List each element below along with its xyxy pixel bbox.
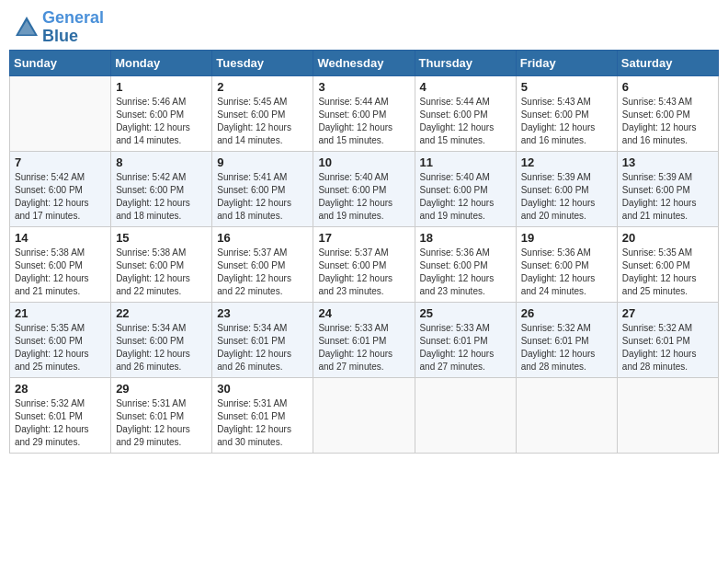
calendar-day-cell: 19Sunrise: 5:36 AMSunset: 6:00 PMDayligh… [516, 226, 617, 302]
day-info: Sunrise: 5:45 AMSunset: 6:00 PMDaylight:… [217, 96, 308, 147]
day-info: Sunrise: 5:32 AMSunset: 6:01 PMDaylight:… [521, 322, 612, 373]
calendar-day-cell [313, 377, 415, 453]
weekday-header: Friday [516, 50, 617, 75]
day-info: Sunrise: 5:31 AMSunset: 6:01 PMDaylight:… [116, 397, 207, 449]
calendar-day-cell: 4Sunrise: 5:44 AMSunset: 6:00 PMDaylight… [415, 75, 516, 151]
calendar-week-row: 7Sunrise: 5:42 AMSunset: 6:00 PMDaylight… [10, 151, 719, 226]
calendar-day-cell: 20Sunrise: 5:35 AMSunset: 6:00 PMDayligh… [617, 226, 718, 302]
day-info: Sunrise: 5:38 AMSunset: 6:00 PMDaylight:… [15, 247, 106, 298]
day-number: 11 [420, 155, 511, 169]
weekday-header: Saturday [617, 50, 718, 75]
day-info: Sunrise: 5:41 AMSunset: 6:00 PMDaylight:… [217, 171, 308, 223]
day-info: Sunrise: 5:36 AMSunset: 6:00 PMDaylight:… [521, 247, 612, 298]
page-header: General Blue [9, 9, 719, 46]
day-info: Sunrise: 5:44 AMSunset: 6:00 PMDaylight:… [420, 96, 511, 147]
calendar-day-cell: 1Sunrise: 5:46 AMSunset: 6:00 PMDaylight… [111, 75, 212, 151]
day-info: Sunrise: 5:43 AMSunset: 6:00 PMDaylight:… [622, 96, 713, 147]
day-number: 16 [217, 231, 308, 245]
calendar-day-cell: 7Sunrise: 5:42 AMSunset: 6:00 PMDaylight… [10, 151, 111, 226]
calendar-week-row: 14Sunrise: 5:38 AMSunset: 6:00 PMDayligh… [10, 226, 719, 302]
calendar-day-cell [415, 377, 516, 453]
weekday-header: Tuesday [212, 50, 313, 75]
day-number: 28 [15, 382, 106, 396]
day-number: 24 [318, 306, 409, 320]
logo: General Blue [13, 9, 104, 46]
calendar-day-cell: 27Sunrise: 5:32 AMSunset: 6:01 PMDayligh… [617, 302, 718, 377]
calendar-day-cell [10, 75, 111, 151]
calendar-day-cell: 30Sunrise: 5:31 AMSunset: 6:01 PMDayligh… [212, 377, 313, 453]
calendar-day-cell: 10Sunrise: 5:40 AMSunset: 6:00 PMDayligh… [313, 151, 415, 226]
day-info: Sunrise: 5:33 AMSunset: 6:01 PMDaylight:… [420, 322, 511, 373]
day-info: Sunrise: 5:40 AMSunset: 6:00 PMDaylight:… [318, 171, 409, 223]
calendar-day-cell: 15Sunrise: 5:38 AMSunset: 6:00 PMDayligh… [111, 226, 212, 302]
calendar-day-cell: 6Sunrise: 5:43 AMSunset: 6:00 PMDaylight… [617, 75, 718, 151]
day-number: 15 [116, 231, 207, 245]
day-number: 3 [318, 80, 409, 94]
calendar-day-cell: 28Sunrise: 5:32 AMSunset: 6:01 PMDayligh… [10, 377, 111, 453]
day-info: Sunrise: 5:38 AMSunset: 6:00 PMDaylight:… [116, 247, 207, 298]
day-number: 6 [622, 80, 713, 94]
logo-icon [13, 14, 40, 41]
day-number: 18 [420, 231, 511, 245]
day-info: Sunrise: 5:32 AMSunset: 6:01 PMDaylight:… [15, 397, 106, 449]
weekday-header: Sunday [10, 50, 111, 75]
day-info: Sunrise: 5:37 AMSunset: 6:00 PMDaylight:… [318, 247, 409, 298]
day-number: 19 [521, 231, 612, 245]
day-info: Sunrise: 5:34 AMSunset: 6:00 PMDaylight:… [116, 322, 207, 373]
day-info: Sunrise: 5:31 AMSunset: 6:01 PMDaylight:… [217, 397, 308, 449]
day-number: 20 [622, 231, 713, 245]
day-info: Sunrise: 5:42 AMSunset: 6:00 PMDaylight:… [116, 171, 207, 223]
calendar-day-cell: 29Sunrise: 5:31 AMSunset: 6:01 PMDayligh… [111, 377, 212, 453]
day-info: Sunrise: 5:43 AMSunset: 6:00 PMDaylight:… [521, 96, 612, 147]
day-number: 8 [116, 155, 207, 169]
day-number: 1 [116, 80, 207, 94]
day-number: 10 [318, 155, 409, 169]
day-info: Sunrise: 5:32 AMSunset: 6:01 PMDaylight:… [622, 322, 713, 373]
day-info: Sunrise: 5:35 AMSunset: 6:00 PMDaylight:… [15, 322, 106, 373]
calendar-week-row: 28Sunrise: 5:32 AMSunset: 6:01 PMDayligh… [10, 377, 719, 453]
weekday-header: Wednesday [313, 50, 415, 75]
day-info: Sunrise: 5:34 AMSunset: 6:01 PMDaylight:… [217, 322, 308, 373]
calendar-day-cell: 2Sunrise: 5:45 AMSunset: 6:00 PMDaylight… [212, 75, 313, 151]
calendar-table: SundayMondayTuesdayWednesdayThursdayFrid… [9, 50, 719, 454]
calendar-day-cell: 23Sunrise: 5:34 AMSunset: 6:01 PMDayligh… [212, 302, 313, 377]
day-info: Sunrise: 5:39 AMSunset: 6:00 PMDaylight:… [622, 171, 713, 223]
calendar-day-cell: 22Sunrise: 5:34 AMSunset: 6:00 PMDayligh… [111, 302, 212, 377]
day-number: 14 [15, 231, 106, 245]
calendar-day-cell: 3Sunrise: 5:44 AMSunset: 6:00 PMDaylight… [313, 75, 415, 151]
calendar-week-row: 1Sunrise: 5:46 AMSunset: 6:00 PMDaylight… [10, 75, 719, 151]
day-info: Sunrise: 5:44 AMSunset: 6:00 PMDaylight:… [318, 96, 409, 147]
calendar-day-cell: 24Sunrise: 5:33 AMSunset: 6:01 PMDayligh… [313, 302, 415, 377]
calendar-day-cell: 26Sunrise: 5:32 AMSunset: 6:01 PMDayligh… [516, 302, 617, 377]
calendar-day-cell: 13Sunrise: 5:39 AMSunset: 6:00 PMDayligh… [617, 151, 718, 226]
day-number: 5 [521, 80, 612, 94]
day-number: 4 [420, 80, 511, 94]
weekday-header: Thursday [415, 50, 516, 75]
day-info: Sunrise: 5:37 AMSunset: 6:00 PMDaylight:… [217, 247, 308, 298]
day-number: 22 [116, 306, 207, 320]
day-number: 9 [217, 155, 308, 169]
day-info: Sunrise: 5:46 AMSunset: 6:00 PMDaylight:… [116, 96, 207, 147]
day-info: Sunrise: 5:33 AMSunset: 6:01 PMDaylight:… [318, 322, 409, 373]
calendar-header-row: SundayMondayTuesdayWednesdayThursdayFrid… [10, 50, 719, 75]
day-number: 2 [217, 80, 308, 94]
day-number: 12 [521, 155, 612, 169]
calendar-day-cell: 21Sunrise: 5:35 AMSunset: 6:00 PMDayligh… [10, 302, 111, 377]
weekday-header: Monday [111, 50, 212, 75]
logo-text: General Blue [42, 9, 104, 46]
day-number: 29 [116, 382, 207, 396]
calendar-day-cell: 11Sunrise: 5:40 AMSunset: 6:00 PMDayligh… [415, 151, 516, 226]
calendar-day-cell: 16Sunrise: 5:37 AMSunset: 6:00 PMDayligh… [212, 226, 313, 302]
day-number: 30 [217, 382, 308, 396]
calendar-day-cell [516, 377, 617, 453]
calendar-day-cell: 25Sunrise: 5:33 AMSunset: 6:01 PMDayligh… [415, 302, 516, 377]
calendar-day-cell: 17Sunrise: 5:37 AMSunset: 6:00 PMDayligh… [313, 226, 415, 302]
day-number: 21 [15, 306, 106, 320]
calendar-day-cell: 5Sunrise: 5:43 AMSunset: 6:00 PMDaylight… [516, 75, 617, 151]
day-number: 23 [217, 306, 308, 320]
day-number: 27 [622, 306, 713, 320]
calendar-week-row: 21Sunrise: 5:35 AMSunset: 6:00 PMDayligh… [10, 302, 719, 377]
calendar-day-cell: 18Sunrise: 5:36 AMSunset: 6:00 PMDayligh… [415, 226, 516, 302]
calendar-day-cell: 12Sunrise: 5:39 AMSunset: 6:00 PMDayligh… [516, 151, 617, 226]
calendar-day-cell: 8Sunrise: 5:42 AMSunset: 6:00 PMDaylight… [111, 151, 212, 226]
